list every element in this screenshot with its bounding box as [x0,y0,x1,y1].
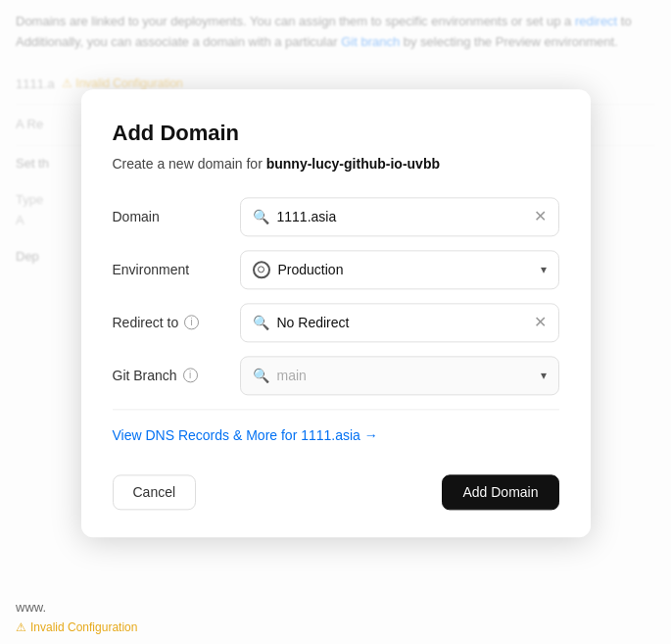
domain-search-icon: 🔍 [253,209,269,224]
bg-bottom-invalid-badge: ⚠ Invalid Configuration [16,620,137,634]
environment-field[interactable]: Production ▾ [240,250,559,289]
add-domain-button[interactable]: Add Domain [442,474,558,510]
cancel-button[interactable]: Cancel [113,474,197,510]
domain-label: Domain [113,209,240,224]
redirect-search-icon: 🔍 [253,315,269,330]
modal-title: Add Domain [113,121,559,146]
domain-value: 1111.asia [277,209,526,224]
add-domain-modal: Add Domain Create a new domain for bunny… [81,89,591,537]
modal-subtitle: Create a new domain for bunny-lucy-githu… [113,156,559,172]
git-branch-search-icon: 🔍 [253,368,269,383]
git-branch-row: Git Branch i 🔍 main ▾ [113,356,559,395]
git-branch-label: Git Branch i [113,368,240,383]
git-branch-placeholder: main [277,368,533,383]
modal-footer: Cancel Add Domain [113,471,559,510]
environment-row: Environment Production ▾ [113,250,559,289]
environment-value: Production [278,262,533,277]
redirect-info-icon[interactable]: i [184,315,199,329]
bg-bottom-text: www. [16,600,46,615]
redirect-field[interactable]: 🔍 No Redirect ✕ [240,303,559,342]
project-name: bunny-lucy-github-io-uvbb [266,156,440,172]
environment-chevron-icon: ▾ [541,263,547,276]
git-branch-field[interactable]: 🔍 main ▾ [240,356,559,395]
view-dns-link[interactable]: View DNS Records & More for 1111.asia → [113,427,378,443]
redirect-label: Redirect to i [113,315,240,330]
domain-clear-icon[interactable]: ✕ [534,207,547,225]
domain-field[interactable]: 🔍 1111.asia ✕ [240,197,559,236]
form-divider [113,409,559,410]
git-branch-info-icon[interactable]: i [183,368,198,382]
domain-row: Domain 🔍 1111.asia ✕ [113,197,559,236]
subtitle-prefix: Create a new domain for [113,156,266,172]
environment-icon [253,261,270,278]
bg-bottom-badge: ⚠ Invalid Configuration [16,619,137,634]
git-branch-chevron-icon: ▾ [541,369,547,382]
redirect-row: Redirect to i 🔍 No Redirect ✕ [113,303,559,342]
redirect-value: No Redirect [277,315,526,330]
redirect-clear-icon[interactable]: ✕ [534,313,547,331]
environment-label: Environment [113,262,240,277]
